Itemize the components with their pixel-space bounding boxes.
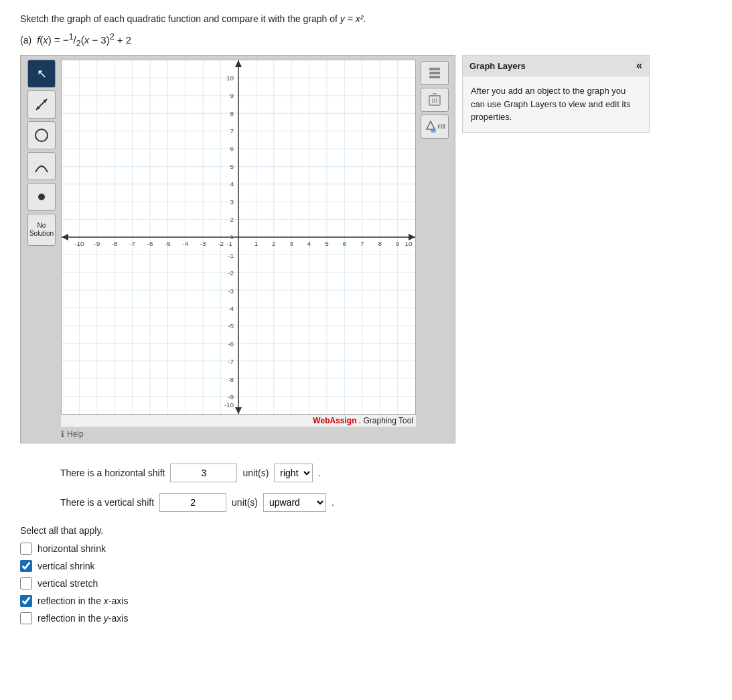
svg-text:-4: -4 (228, 305, 234, 312)
graph-layers-panel: Graph Layers « After you add an object t… (462, 55, 650, 133)
graph-layers-collapse-button[interactable]: « (636, 60, 642, 72)
svg-rect-92 (429, 76, 440, 78)
svg-text:-8: -8 (112, 240, 118, 247)
scale-tool-button[interactable] (27, 90, 56, 119)
graph-layers-title: Graph Layers (469, 61, 526, 71)
svg-point-99 (431, 129, 436, 133)
svg-text:9: 9 (396, 240, 400, 247)
parabola-tool-button[interactable] (27, 152, 56, 180)
vertical-stretch-item: vertical stretch (20, 577, 712, 589)
svg-text:2: 2 (230, 216, 234, 223)
svg-text:6: 6 (230, 145, 234, 152)
svg-text:7: 7 (230, 127, 234, 135)
svg-text:1: 1 (230, 233, 234, 240)
svg-text:-9: -9 (228, 393, 234, 401)
reflection-x-label: reflection in the x-axis (38, 596, 128, 606)
graph-canvas[interactable]: -10 -9 -8 -7 -6 -5 -4 -3 -2 -1 1 2 3 (61, 60, 416, 415)
svg-text:9: 9 (230, 92, 234, 99)
vertical-shift-input[interactable] (159, 493, 226, 512)
svg-text:7: 7 (360, 240, 364, 247)
svg-text:-3: -3 (228, 287, 234, 295)
vertical-shift-label: There is a vertical shift (60, 497, 154, 508)
select-all-label: Select all that apply. (20, 525, 712, 536)
svg-text:-9: -9 (94, 240, 100, 247)
help-label: Help (67, 429, 84, 439)
fill-label: Fill (437, 123, 445, 130)
svg-text:-6: -6 (147, 240, 153, 247)
svg-text:-3: -3 (200, 240, 206, 247)
horizontal-shift-input[interactable] (170, 464, 237, 482)
formula-display: f(x) = −1/2(x − 3)2 + 2 (37, 32, 131, 48)
help-icon: ℹ (61, 429, 64, 439)
layers-icon (428, 66, 441, 80)
vertical-shrink-label: vertical shrink (38, 561, 95, 571)
vertical-direction-select[interactable]: upward downward (263, 493, 326, 512)
svg-text:-10: -10 (224, 401, 234, 409)
svg-text:3: 3 (230, 198, 234, 206)
delete-icon (429, 93, 441, 107)
horizontal-direction-select[interactable]: right left (274, 464, 313, 482)
svg-text:3: 3 (289, 240, 293, 247)
reflection-y-label: reflection in the y-axis (38, 613, 128, 624)
answer-section: There is a horizontal shift unit(s) righ… (20, 464, 712, 512)
no-solution-button[interactable]: NoSolution (27, 214, 56, 246)
svg-text:4: 4 (307, 240, 311, 247)
horizontal-shrink-label: horizontal shrink (38, 543, 106, 554)
graph-right-panel: Fill (419, 60, 451, 439)
graphing-tool-label: . Graphing Tool (359, 416, 413, 425)
arrow-tool-button[interactable]: ↖ (27, 60, 56, 88)
svg-text:-4: -4 (182, 240, 188, 247)
no-solution-label: NoSolution (29, 222, 54, 238)
tool-sidebar: ↖ (25, 60, 58, 439)
reflection-y-checkbox[interactable] (20, 612, 32, 624)
vertical-stretch-label: vertical stretch (38, 578, 98, 589)
svg-text:-2: -2 (228, 269, 234, 277)
svg-text:-5: -5 (165, 240, 171, 247)
svg-text:-5: -5 (228, 322, 234, 330)
vertical-stretch-checkbox[interactable] (20, 577, 32, 589)
graph-tool: ↖ (20, 55, 455, 443)
point-tool-button[interactable] (27, 183, 56, 211)
svg-text:-6: -6 (228, 340, 234, 348)
vertical-period: . (332, 497, 334, 508)
svg-text:-1: -1 (226, 240, 232, 247)
svg-point-4 (38, 194, 45, 200)
instruction: Sketch the graph of each quadratic funct… (20, 13, 712, 24)
svg-text:-1: -1 (228, 252, 234, 259)
reflection-y-item: reflection in the y-axis (20, 612, 712, 624)
checkbox-section: Select all that apply. horizontal shrink… (20, 525, 712, 624)
svg-text:-2: -2 (218, 240, 224, 247)
graph-layers-header: Graph Layers « (463, 56, 649, 76)
horizontal-shrink-item: horizontal shrink (20, 543, 712, 555)
graph-tool-wrapper: ↖ (20, 55, 712, 443)
vertical-unit-label: unit(s) (232, 497, 258, 508)
svg-text:4: 4 (230, 180, 234, 188)
scale-icon (34, 97, 49, 112)
layers-button[interactable] (421, 61, 449, 85)
delete-button[interactable] (421, 88, 449, 112)
svg-text:10: 10 (405, 240, 413, 247)
point-icon (35, 190, 48, 204)
horizontal-shrink-checkbox[interactable] (20, 543, 32, 555)
svg-text:6: 6 (343, 240, 347, 247)
horizontal-shift-label: There is a horizontal shift (60, 468, 165, 478)
svg-text:8: 8 (230, 110, 234, 117)
fill-button[interactable]: Fill (421, 115, 449, 139)
svg-text:10: 10 (226, 74, 234, 82)
svg-text:5: 5 (325, 240, 329, 247)
reflection-x-checkbox[interactable] (20, 595, 32, 607)
vertical-shrink-checkbox[interactable] (20, 560, 32, 572)
webassign-brand: WebAssign (313, 416, 356, 425)
horizontal-period: . (318, 468, 321, 478)
part-letter: (a) (20, 35, 31, 46)
svg-text:1: 1 (254, 240, 259, 247)
svg-rect-90 (429, 68, 440, 70)
circle-icon (33, 127, 50, 144)
svg-text:8: 8 (378, 240, 382, 247)
svg-text:-10: -10 (74, 240, 84, 247)
circle-tool-button[interactable] (27, 121, 56, 149)
graph-svg: -10 -9 -8 -7 -6 -5 -4 -3 -2 -1 1 2 3 (62, 60, 415, 414)
svg-point-3 (35, 129, 48, 141)
help-link[interactable]: ℹ Help (61, 429, 416, 439)
svg-text:-8: -8 (228, 376, 234, 383)
